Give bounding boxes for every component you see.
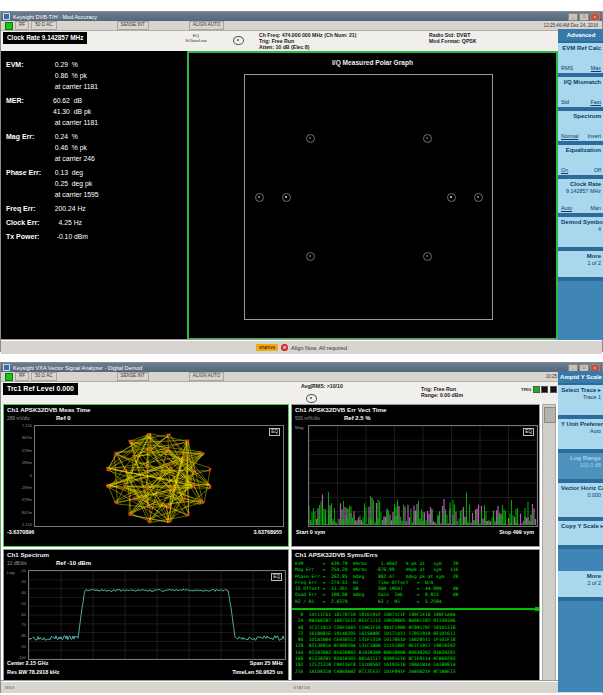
constellation-point <box>423 252 432 261</box>
close-button[interactable]: x <box>590 13 600 21</box>
panel-scale: 500 m%/div <box>295 416 320 421</box>
coupling-icon <box>233 36 244 45</box>
coupling-icon <box>306 394 317 403</box>
panel-spectrum[interactable]: Ch1 Spectrum 10 dB/div Ref -10 dBm Log -… <box>3 549 289 681</box>
span-label: Span 25 MHz <box>250 660 283 666</box>
constellation-point <box>306 134 315 143</box>
minimize-button[interactable]: _ <box>568 13 578 21</box>
menu-header: Advanced <box>558 29 603 43</box>
metric-row: Tx Power: -0.10 dBm <box>1 231 187 242</box>
msg-label: MSG <box>5 685 15 690</box>
timelen-label: TimeLen 50.9625 us <box>232 669 283 675</box>
avg-indicator: Avg|RMS: >10/10 <box>301 383 343 389</box>
softkey-vector-horiz-center[interactable]: Vector Horiz Center0.000 <box>558 483 603 521</box>
panel-scale: 10 dB/div <box>7 561 27 566</box>
panel-ref: Ref 2.5 % <box>344 415 371 421</box>
constellation-point <box>447 193 456 202</box>
center-freq-label: Center 2.15 GHz <box>7 660 48 666</box>
softkey-log-range: Log Range100.0 dB <box>558 453 603 483</box>
polar-graph-panel: I/Q Measured Polar Graph <box>187 51 558 340</box>
radio-info: Radio Std: DVBT Mod Format: QPSK <box>429 32 477 44</box>
titlebar-1[interactable]: Keysight DVB-T/H - Mod Accuracy _ □ x <box>1 12 602 21</box>
coupling-indicator: 50 Ω AC <box>31 21 56 30</box>
rf-indicator: RF <box>15 21 29 30</box>
eq-badge: EQ <box>271 573 282 581</box>
eq-badge: EQ <box>269 428 280 436</box>
softkey-copy-y-scale[interactable]: Copy Y Scale ▸ <box>558 521 603 549</box>
status-led-icon <box>5 373 13 381</box>
polar-graph-plot <box>244 74 493 320</box>
metric-row: Mag Err: 0.24 % 0.46 % pk at carrier 246 <box>1 131 187 164</box>
screen: Keysight DVB-T/H - Mod Accuracy _ □ x RF… <box>0 0 603 695</box>
datetime: 12:25:46 AM Dec 24, 2016 <box>544 23 598 28</box>
clock-rate-readout: Clock Rate 9.142857 MHz <box>3 32 87 44</box>
softkey-y-unit-preference[interactable]: Y Unit Preference ▸Auto <box>558 419 603 453</box>
panel-err-vect[interactable]: Ch1 APSK32DVB Err Vect Time 500 m%/div R… <box>291 404 540 547</box>
window-title: Keysight DVB-T/H - Mod Accuracy <box>13 14 568 20</box>
app-icon <box>3 364 10 371</box>
instrument-status-bar-2: RF 50 Ω AC SENSE:INT ALIGN AUTO 10:25:10… <box>1 372 602 382</box>
softkey-i-q-mismatch[interactable]: I/Q MismatchStdFast <box>558 77 603 111</box>
status-led-icon <box>5 22 13 30</box>
softkey-evm-ref-calc[interactable]: EVM Ref CalcRMSMax <box>558 43 603 77</box>
eq-gain-indicator: EQS/GainLow <box>171 33 221 43</box>
err-vect-plot: EQ <box>308 425 538 527</box>
constellation-point <box>474 193 483 202</box>
maximize-button[interactable]: □ <box>579 13 589 21</box>
ref-level-readout: Trc1 Ref Level 0.000 <box>3 383 78 395</box>
rbw-label: Res BW 78.2918 kHz <box>7 669 59 675</box>
coupling-indicator: 50 Ω AC <box>31 372 56 381</box>
instrument-status-bar-1: RF 50 Ω AC SENSE:INT ALIGN AUTO 12:25:46… <box>1 21 602 31</box>
trig-led: TRIG <box>521 386 557 393</box>
spectrum-plot: EQ <box>28 570 286 660</box>
sense-indicator: SENSE:INT <box>117 21 149 30</box>
metric-row: Freq Err: 200.24 Hz <box>1 203 187 214</box>
softkey-select-trace[interactable]: Select Trace ▸Trace 1 <box>558 385 603 419</box>
titlebar-2[interactable]: Keysight VXA Vector Signal Analyzer - Di… <box>1 363 602 372</box>
constellation-point <box>423 134 432 143</box>
sense-indicator: SENSE:INT <box>117 372 149 381</box>
status-badge: STATUS <box>256 344 278 351</box>
window-title: Keysight VXA Vector Signal Analyzer - Di… <box>13 365 568 371</box>
softkey-menu-amptd: Amptd Y Scale Select Trace ▸Trace 1Y Uni… <box>558 371 603 692</box>
y-axis-ticks: 1.156867m578m289m0-289m-578m-867m-1.156 <box>6 423 32 527</box>
scrollbar-thumb[interactable] <box>544 407 556 423</box>
x-min-label: -3.6370896 <box>7 529 34 535</box>
softkey-more[interactable]: More2 of 2 <box>558 571 603 601</box>
softkey-demod-symbols[interactable]: Demod Symbols4 <box>558 217 603 251</box>
panel-title: Ch1 APSK32DVB Meas Time <box>7 406 91 413</box>
softkey-clock-rate[interactable]: Clock Rate9.142857 MHzAutoMan <box>558 179 603 217</box>
trig-range-info: Trig: Free Run Range: 0.00 dBm <box>421 386 463 398</box>
window-vsa-demod: Keysight VXA Vector Signal Analyzer - Di… <box>0 362 603 693</box>
scrollbar[interactable] <box>542 404 556 681</box>
softkey-equalization[interactable]: EqualizationOnOff <box>558 145 603 179</box>
panel-meas-time[interactable]: Ch1 APSK32DVB Meas Time 289 mVdiv Ref 0 … <box>3 404 289 547</box>
softkey-spectrum[interactable]: SpectrumNormalInvert <box>558 111 603 145</box>
measbar-1: Clock Rate 9.142857 MHz EQS/GainLow Ch F… <box>1 31 558 51</box>
symbol-hex-table: 0 14111C61 18170710 1016191F 16071C1F 19… <box>295 612 455 675</box>
metrics-panel: EVM: 0.29 % 0.86 % pk at carrier 1181MER… <box>1 51 187 340</box>
table-divider <box>292 608 535 610</box>
panel-syms-errs[interactable]: Ch1 APSK32DVB Syms/Errs EVM = 439.79 m%r… <box>291 549 540 681</box>
measbar-2: Trc1 Ref Level 0.000 Avg|RMS: >10/10 Tri… <box>1 382 558 404</box>
eq-badge: EQ <box>523 428 534 436</box>
polar-graph-title: I/Q Measured Polar Graph <box>189 59 556 66</box>
statusbar-2: MSG STATUS <box>1 681 602 693</box>
alert-icon: ⊘ <box>281 344 288 351</box>
softkey-more[interactable]: More1 of 2 <box>558 251 603 281</box>
constellation-plot: EQ <box>34 425 284 527</box>
x-start-label: Start 0 sym <box>296 529 325 535</box>
align-indicator: ALIGN AUTO <box>189 21 225 30</box>
status-label: STATUS <box>293 685 310 690</box>
y-axis-ticks: -20-30-40-50-60-70-80-90-100 <box>8 568 26 660</box>
align-indicator: ALIGN AUTO <box>189 372 225 381</box>
rf-indicator: RF <box>15 372 29 381</box>
metric-row: Clock Err: 4.25 Hz <box>1 217 187 228</box>
demod-stats: EVM = 439.79 m%rms 1.4042 % pk at sym 20… <box>295 561 458 605</box>
panel-ref: Ref 0 <box>56 415 71 421</box>
constellation-point <box>306 252 315 261</box>
menu-header: Amptd Y Scale <box>558 371 603 385</box>
app-icon <box>3 13 10 20</box>
metric-row: EVM: 0.29 % 0.86 % pk at carrier 1181 <box>1 59 187 92</box>
panel-scale: 289 mVdiv <box>7 416 30 421</box>
